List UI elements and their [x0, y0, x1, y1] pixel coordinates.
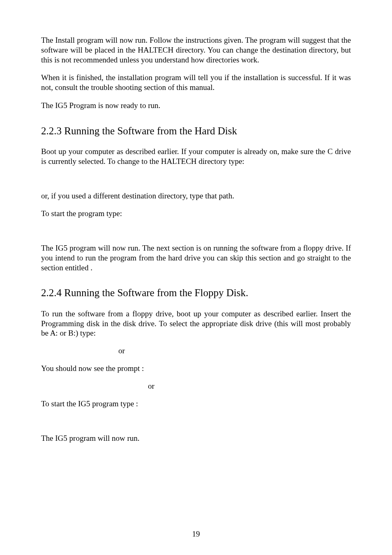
document-page: The Install program will now run. Follow… [0, 0, 392, 555]
heading-run-hard-disk: 2.2.3 Running the Software from the Hard… [41, 124, 351, 138]
page-number: 19 [0, 530, 392, 539]
spacer [41, 175, 351, 191]
paragraph-ig5-ready: The IG5 Program is now ready to run. [41, 101, 351, 111]
spacer [41, 119, 351, 124]
text-or-1: or [41, 346, 351, 355]
heading-run-floppy-disk: 2.2.4 Running the Software from the Flop… [41, 286, 351, 300]
paragraph-install-finish: When it is finished, the installation pr… [41, 73, 351, 92]
paragraph-boot-floppy: To run the software from a floppy drive,… [41, 309, 351, 338]
paragraph-diff-destination: or, if you used a different destination … [41, 191, 351, 201]
paragraph-see-prompt: You should now see the prompt : [41, 364, 351, 373]
paragraph-ig5-now-run: The IG5 program will now run. [41, 433, 351, 443]
spacer [41, 227, 351, 243]
paragraph-install-run: The Install program will now run. Follow… [41, 35, 351, 64]
paragraph-ig5-run-floppy-skip: The IG5 program will now run. The next s… [41, 243, 351, 272]
text-or-2: or [41, 382, 351, 391]
spacer [41, 281, 351, 286]
paragraph-boot-hard: Boot up your computer as described earli… [41, 147, 351, 166]
paragraph-start-ig5: To start the IG5 program type : [41, 399, 351, 409]
paragraph-start-program: To start the program type: [41, 209, 351, 219]
spacer [41, 417, 351, 433]
